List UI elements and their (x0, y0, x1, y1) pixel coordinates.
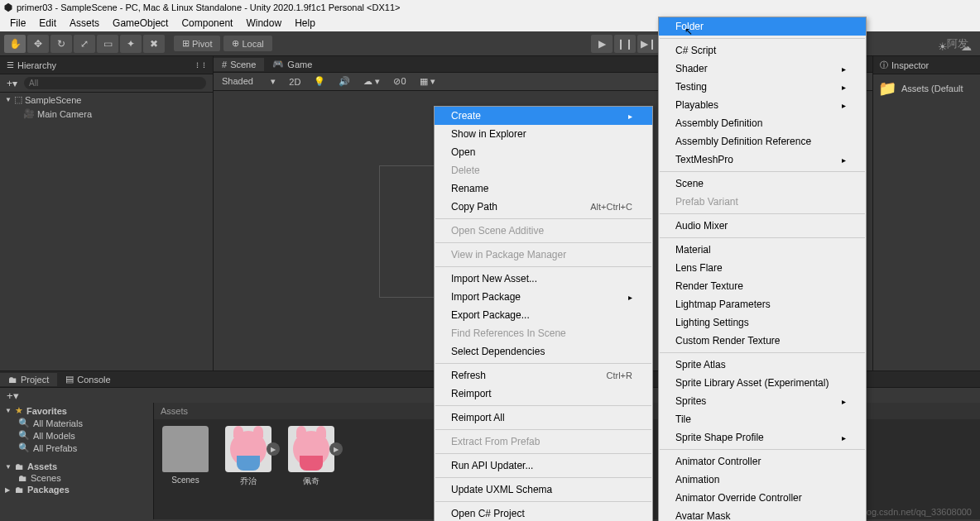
menu-item-avatar-mask[interactable]: Avatar Mask (659, 507, 866, 521)
menu-item-rename[interactable]: Rename (435, 179, 652, 198)
menu-item-sprites[interactable]: Sprites▸ (659, 392, 866, 410)
menu-item-folder[interactable]: Folder (659, 17, 866, 36)
hidden-icon[interactable]: ⊘0 (388, 74, 411, 88)
menu-item-label: Update UXML Schema (451, 484, 552, 495)
hierarchy-tab[interactable]: ☰ Hierarchy ⫶ ⋮ (0, 56, 213, 74)
menu-item-testing[interactable]: Testing▸ (659, 78, 866, 96)
menu-item-assembly-definition[interactable]: Assembly Definition (659, 114, 866, 132)
menu-file[interactable]: File (3, 16, 32, 31)
rect-tool[interactable]: ▭ (97, 35, 118, 53)
favorites-folder[interactable]: ▼★Favorites (0, 404, 153, 417)
menu-item-assembly-definition-reference[interactable]: Assembly Definition Reference (659, 132, 866, 151)
menu-item-create[interactable]: Create▸ (435, 107, 652, 125)
play-icon: ▶ (329, 442, 343, 456)
menu-assets[interactable]: Assets (63, 16, 106, 31)
menu-item-import-package[interactable]: Import Package▸ (435, 288, 652, 306)
menu-item-material[interactable]: Material (659, 241, 866, 259)
add-icon[interactable]: +▾ (3, 390, 22, 402)
menu-item-animator-controller[interactable]: Animator Controller (659, 452, 866, 471)
menu-item-sprite-atlas[interactable]: Sprite Atlas (659, 356, 866, 374)
menu-item-c-script[interactable]: C# Script (659, 41, 866, 60)
menu-item-label: Tile (675, 413, 691, 425)
rotate-tool[interactable]: ↻ (50, 35, 72, 53)
menu-item-animator-override-controller[interactable]: Animator Override Controller (659, 489, 866, 507)
add-icon[interactable]: +▾ (3, 78, 21, 89)
console-tab[interactable]: ▤Console (57, 372, 118, 386)
all-materials[interactable]: 🔍All Materials (0, 417, 153, 429)
menu-component[interactable]: Component (175, 16, 239, 31)
create-submenu[interactable]: FolderC# ScriptShader▸Testing▸Playables▸… (658, 17, 867, 521)
scale-tool[interactable]: ⤢ (74, 35, 95, 53)
inspector-tab[interactable]: ⓘ Inspector (873, 56, 980, 74)
menu-item-label: TextMeshPro (675, 154, 733, 165)
menu-item-import-new-asset-[interactable]: Import New Asset... (435, 270, 652, 288)
pivot-toggle[interactable]: ⊞Pivot (174, 36, 220, 51)
scene-tab[interactable]: #Scene (214, 58, 264, 71)
local-toggle[interactable]: ⊕Local (223, 36, 271, 51)
shaded-dropdown[interactable]: Shaded ▾ (217, 74, 281, 88)
menu-item-run-api-updater-[interactable]: Run API Updater... (435, 456, 652, 475)
menu-item-reimport-all[interactable]: Reimport All (435, 409, 652, 427)
menu-item-copy-path[interactable]: Copy PathAlt+Ctrl+C (435, 198, 652, 216)
menu-gameobject[interactable]: GameObject (106, 16, 175, 31)
play-button[interactable]: ▶ (591, 35, 612, 53)
all-models[interactable]: 🔍All Models (0, 429, 153, 442)
menu-edit[interactable]: Edit (32, 16, 63, 31)
menu-item-animation[interactable]: Animation (659, 471, 866, 489)
move-tool[interactable]: ✥ (27, 35, 49, 53)
menu-item-update-uxml-schema[interactable]: Update UXML Schema (435, 480, 652, 499)
asset-peppa[interactable]: ▶ 佩奇 (286, 426, 336, 487)
custom-tool[interactable]: ✖ (143, 35, 165, 53)
scene-icon: # (222, 60, 227, 69)
menu-item-shader[interactable]: Shader▸ (659, 60, 866, 78)
game-tab[interactable]: 🎮Game (264, 57, 320, 71)
menu-item-find-references-in-scene: Find References In Scene (435, 324, 652, 342)
assets-folder[interactable]: ▼🖿Assets (0, 461, 153, 472)
menu-item-label: Scene (675, 178, 704, 189)
menu-item-custom-render-texture[interactable]: Custom Render Texture (659, 332, 866, 350)
packages-folder[interactable]: ▶🖿Packages (0, 484, 153, 495)
grid-icon[interactable]: ▦ ▾ (415, 74, 440, 88)
hierarchy-search-input[interactable] (24, 77, 206, 89)
menu-item-playables[interactable]: Playables▸ (659, 96, 866, 114)
menu-item-open-c-project[interactable]: Open C# Project (435, 504, 652, 521)
menu-item-textmeshpro[interactable]: TextMeshPro▸ (659, 151, 866, 169)
panel-menu-icon[interactable]: ⫶ ⋮ (195, 60, 206, 69)
menu-item-reimport[interactable]: Reimport (435, 385, 652, 403)
menu-item-lighting-settings[interactable]: Lighting Settings (659, 313, 866, 332)
hand-tool[interactable]: ✋ (4, 35, 26, 53)
pause-button[interactable]: ❙❙ (614, 35, 636, 53)
camera-item[interactable]: 🎥 Main Camera (0, 107, 213, 121)
menu-item-scene[interactable]: Scene (659, 174, 866, 193)
menu-item-select-dependencies[interactable]: Select Dependencies (435, 342, 652, 361)
menu-item-audio-mixer[interactable]: Audio Mixer (659, 217, 866, 235)
scene-item[interactable]: ▼ ⬚ SampleScene (0, 93, 213, 107)
asset-scenes-folder[interactable]: Scenes (161, 426, 210, 487)
menu-item-tile[interactable]: Tile (659, 410, 866, 428)
transform-tool[interactable]: ✦ (120, 35, 142, 53)
scenes-folder[interactable]: 🖿Scenes (0, 472, 153, 484)
menu-item-sprite-shape-profile[interactable]: Sprite Shape Profile▸ (659, 428, 866, 447)
menu-item-label: Folder (675, 21, 704, 32)
menu-item-render-texture[interactable]: Render Texture (659, 277, 866, 295)
fx-icon[interactable]: ☁ ▾ (358, 74, 385, 88)
menu-item-lens-flare[interactable]: Lens Flare (659, 259, 866, 277)
menu-item-lightmap-parameters[interactable]: Lightmap Parameters (659, 295, 866, 313)
menu-window[interactable]: Window (239, 16, 288, 31)
menu-item-show-in-explorer[interactable]: Show in Explorer (435, 125, 652, 143)
expand-arrow-icon[interactable]: ▼ (5, 96, 12, 103)
all-prefabs[interactable]: 🔍All Prefabs (0, 442, 153, 454)
light-icon[interactable]: 💡 (309, 74, 330, 88)
step-button[interactable]: ▶❙ (637, 35, 659, 53)
assets-default-row[interactable]: 📁 Assets (Default (873, 74, 980, 103)
2d-toggle[interactable]: 2D (284, 75, 305, 88)
asset-george[interactable]: ▶ 乔治 (223, 426, 273, 487)
menu-item-open[interactable]: Open (435, 143, 652, 161)
project-tab[interactable]: 🖿Project (0, 373, 57, 386)
menu-item-export-package-[interactable]: Export Package... (435, 306, 652, 324)
assets-context-menu[interactable]: Create▸Show in ExplorerOpenDeleteRenameC… (434, 106, 653, 521)
audio-icon[interactable]: 🔊 (334, 74, 355, 88)
menu-help[interactable]: Help (288, 16, 322, 31)
menu-item-refresh[interactable]: RefreshCtrl+R (435, 366, 652, 385)
menu-item-sprite-library-asset-experimental-[interactable]: Sprite Library Asset (Experimental) (659, 374, 866, 392)
